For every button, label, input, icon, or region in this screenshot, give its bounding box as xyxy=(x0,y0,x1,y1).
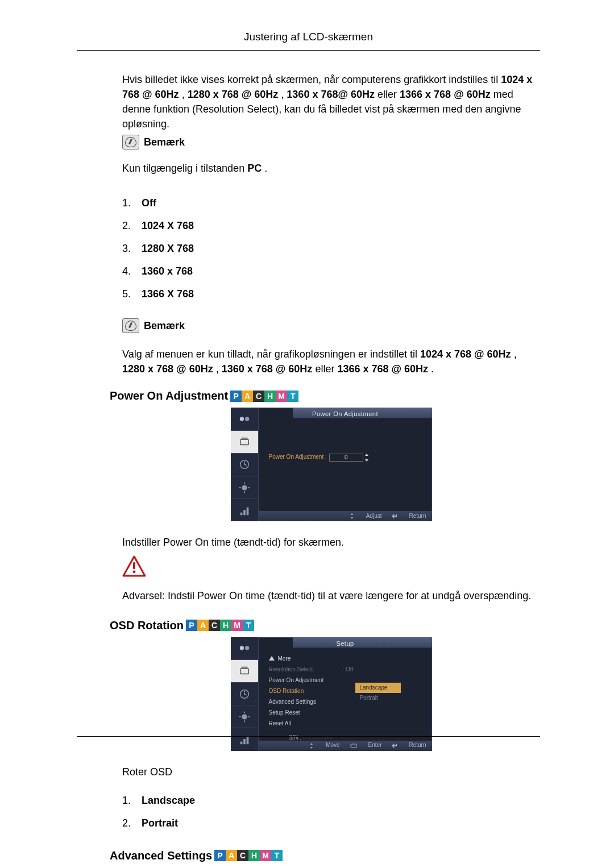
osd-side-icon xyxy=(231,705,258,728)
osd-footer: Move Enter Return xyxy=(259,741,432,751)
mode-badges: P A C H M T xyxy=(230,391,298,402)
res-select-list: 1.Off 2.1024 X 768 3.1280 X 768 4.1360 x… xyxy=(122,196,540,301)
bold-text: 1024 x 768 @ 60Hz xyxy=(420,348,511,360)
text: , xyxy=(216,363,222,375)
bold-text: 1366 x 768 @ 60Hz xyxy=(337,363,428,375)
svg-rect-2 xyxy=(240,439,248,445)
osd-field-label: Power On Adjustment : xyxy=(269,453,327,462)
bold-text: 1280 x 768 @ 60Hz xyxy=(188,89,279,100)
list-number: 2. xyxy=(122,218,142,233)
svg-rect-3 xyxy=(241,438,247,440)
svg-point-1 xyxy=(244,417,248,421)
svg-point-5 xyxy=(242,485,247,490)
svg-rect-13 xyxy=(133,562,135,569)
document-page: Justering af LCD-skærmen Hvis billedet i… xyxy=(0,0,614,868)
badge-t: T xyxy=(243,620,254,631)
note-row: Bemærk xyxy=(122,318,540,333)
text: , xyxy=(514,348,517,360)
osd-side-icon xyxy=(231,637,258,659)
svg-rect-27 xyxy=(246,736,248,744)
osd-main: Setup More Resolution Select: Off Power … xyxy=(259,637,432,751)
svg-point-14 xyxy=(133,571,136,574)
menu-key: OSD Rotation xyxy=(269,686,343,696)
svg-rect-11 xyxy=(243,510,246,515)
osd-side-icon xyxy=(231,408,258,430)
osd-menu-row: Advanced Settings xyxy=(269,696,354,707)
osd-foot-return: Return xyxy=(392,741,426,750)
text: eller xyxy=(377,89,400,100)
menu-value: : Off xyxy=(343,664,354,675)
osd-side-icon xyxy=(231,682,258,705)
text: Return xyxy=(409,741,426,750)
text: , xyxy=(281,89,287,100)
svg-rect-12 xyxy=(246,507,248,515)
body-column: Hvis billedet ikke vises korrekt på skær… xyxy=(77,72,540,868)
list-text: Off xyxy=(142,196,156,210)
osd-menu-row: Resolution Select: Off xyxy=(269,664,354,675)
svg-point-20 xyxy=(242,714,247,719)
text: eller xyxy=(315,363,337,375)
osd-menu: More Resolution Select: Off Power On Adj… xyxy=(269,653,354,743)
list-number: 3. xyxy=(122,241,142,256)
warning-icon xyxy=(122,555,146,577)
text: , xyxy=(182,89,188,100)
menu-key: Advanced Settings xyxy=(269,696,343,707)
mode-badges: P A C H M T xyxy=(214,850,283,861)
badge-h: H xyxy=(220,620,231,631)
menu-key: Reset All xyxy=(269,718,343,729)
section-title-text: Power On Adjustment xyxy=(110,388,228,404)
section-title-text: Advanced Settings xyxy=(110,848,212,864)
svg-rect-25 xyxy=(240,742,242,745)
osd-side-icon xyxy=(231,499,258,521)
list-number: 1. xyxy=(122,793,142,808)
svg-point-16 xyxy=(244,646,248,650)
res-select-intro: Hvis billedet ikke vises korrekt på skær… xyxy=(122,72,540,131)
list-text: Landscape xyxy=(142,793,195,808)
list-text: 1024 X 768 xyxy=(142,218,194,233)
badge-a: A xyxy=(197,620,209,631)
list-number: 2. xyxy=(122,816,142,830)
text: . xyxy=(431,363,434,375)
text: S/N : xyxy=(289,734,301,741)
osd-menu-row: Setup Reset xyxy=(269,707,354,718)
list-number: 5. xyxy=(122,286,142,301)
text: . xyxy=(264,163,267,174)
menu-key: Resolution Select xyxy=(269,664,343,675)
badge-p: P xyxy=(186,620,197,631)
note-icon xyxy=(122,135,139,149)
menu-key: Setup Reset xyxy=(269,707,343,718)
badge-c: C xyxy=(237,850,248,861)
badge-m: M xyxy=(231,620,243,631)
list-item: 4.1360 x 768 xyxy=(122,264,540,279)
list-item: 2.Portrait xyxy=(122,816,540,830)
osd-main: Power On Adjustment Power On Adjustment … xyxy=(259,408,432,521)
list-text: 1280 X 768 xyxy=(142,241,194,256)
svg-point-0 xyxy=(239,417,243,421)
mode-badges: P A C H M T xyxy=(186,620,254,631)
osd-field-value: 0 xyxy=(329,454,363,462)
note-label: Bemærk xyxy=(144,135,185,149)
list-item: 2.1024 X 768 xyxy=(122,218,540,233)
text: Enter xyxy=(368,741,382,750)
svg-rect-10 xyxy=(240,512,242,515)
section-title-power-on: Power On Adjustment P A C H M T xyxy=(110,388,540,404)
badge-t: T xyxy=(271,850,283,861)
svg-rect-26 xyxy=(243,739,246,744)
osd-footer: Adjust Return xyxy=(259,511,432,521)
osd-field: Power On Adjustment : 0 xyxy=(269,453,369,462)
osd-option-popup: Landscape Portrait xyxy=(355,683,401,704)
power-on-desc: Indstiller Power On time (tændt-tid) for… xyxy=(122,535,540,550)
badge-h: H xyxy=(264,391,276,402)
osd-option: Landscape xyxy=(355,683,401,693)
osd-foot-adjust: Adjust xyxy=(349,512,382,521)
note-body: Valg af menuen er kun tilladt, når grafi… xyxy=(122,347,540,376)
text: Kun tilgængelig i tilstanden xyxy=(122,163,247,174)
osd-side-icon xyxy=(231,453,258,476)
bold-text: PC xyxy=(247,163,262,174)
osd-side-icon xyxy=(231,476,258,499)
menu-key: Power On Adjustment xyxy=(269,675,343,686)
section-title-osd-rotation: OSD Rotation P A C H M T xyxy=(110,617,540,634)
badge-m: M xyxy=(276,391,287,402)
badge-h: H xyxy=(248,850,260,861)
osd-foot-enter: Enter xyxy=(350,741,382,750)
